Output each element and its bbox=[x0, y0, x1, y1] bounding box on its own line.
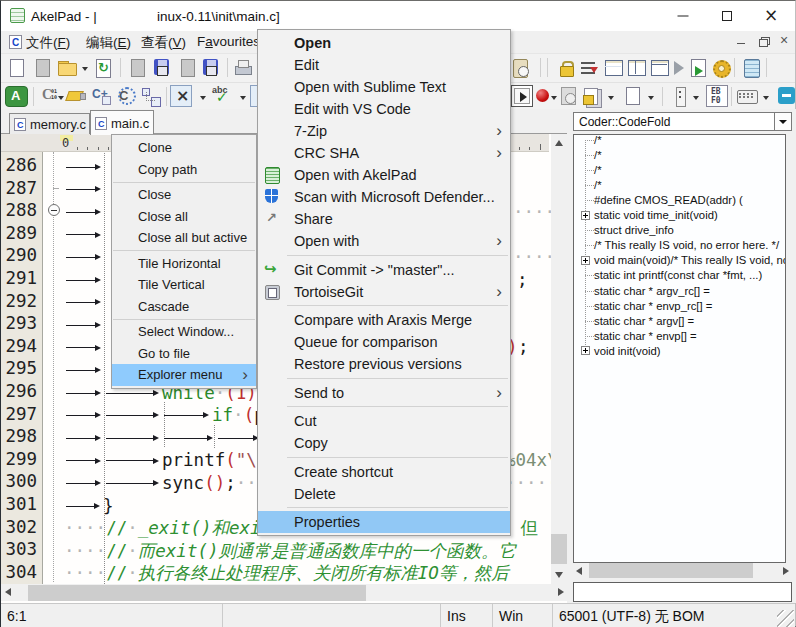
encoding-view-icon[interactable] bbox=[706, 85, 728, 107]
split-window-icon[interactable] bbox=[603, 57, 625, 79]
session-dropdown-icon[interactable] bbox=[606, 86, 616, 108]
tree-item[interactable]: static char * envp_rc[] = bbox=[594, 299, 712, 314]
collapse-dropdown-icon[interactable] bbox=[198, 86, 208, 108]
menu-item-1[interactable]: 编辑(E) bbox=[86, 34, 131, 52]
mdi-restore-icon[interactable] bbox=[757, 35, 770, 48]
menu-item-edit-with-vs-code[interactable]: Edit with VS Code bbox=[258, 98, 510, 120]
print-icon[interactable] bbox=[232, 57, 254, 79]
resize-grip[interactable] bbox=[777, 610, 794, 627]
tree-item[interactable]: static char * argv[] = bbox=[594, 314, 694, 329]
menu-item-scan-with-microsoft-defender[interactable]: Scan with Microsoft Defender... bbox=[258, 186, 510, 208]
code-refresh-icon[interactable] bbox=[115, 85, 137, 107]
template-dropdown-icon[interactable] bbox=[646, 86, 656, 108]
menu-item-delete[interactable]: Delete bbox=[258, 483, 510, 505]
recent-files-icon[interactable] bbox=[557, 85, 579, 107]
spell-check-icon[interactable] bbox=[210, 85, 232, 107]
new-window-icon[interactable] bbox=[31, 57, 53, 79]
tree-item[interactable]: /* bbox=[594, 163, 602, 178]
panel-horizontal-scrollbar[interactable] bbox=[573, 563, 792, 578]
menu-item-close-all-but-active[interactable]: Close all but active bbox=[112, 227, 256, 249]
panel-scroll-right-icon[interactable] bbox=[783, 567, 789, 575]
editor-vertical-scrollbar[interactable] bbox=[551, 134, 567, 584]
collapse-icon[interactable] bbox=[170, 85, 192, 107]
menu-item-close-all[interactable]: Close all bbox=[112, 206, 256, 228]
menu-item-cascade[interactable]: Cascade bbox=[112, 296, 256, 318]
tree-expand-icon[interactable] bbox=[581, 256, 590, 265]
new-akelpad-icon[interactable] bbox=[740, 57, 762, 79]
scroll-down-icon[interactable] bbox=[555, 572, 563, 578]
scroll-left-icon[interactable] bbox=[5, 588, 11, 596]
menu-item-properties[interactable]: Properties bbox=[258, 511, 510, 533]
session-icon[interactable] bbox=[581, 85, 603, 107]
word-wrap-icon[interactable] bbox=[578, 57, 600, 79]
mdi-minimize-icon[interactable] bbox=[735, 35, 748, 48]
tree-item[interactable]: static int printf(const char *fmt, ...) bbox=[594, 268, 762, 283]
menu-item-send-to[interactable]: Send to bbox=[258, 382, 510, 404]
menu-item-explorer-menu[interactable]: Explorer menu bbox=[112, 364, 256, 386]
tree-item[interactable]: #define CMOS_READ(addr) ( bbox=[594, 193, 743, 208]
menu-item-copy-path[interactable]: Copy path bbox=[112, 159, 256, 181]
structure-icon[interactable] bbox=[140, 85, 162, 107]
clipboard-history-icon[interactable] bbox=[509, 57, 531, 79]
tree-item[interactable]: void init(void) bbox=[594, 344, 661, 359]
macro-play-icon[interactable] bbox=[511, 85, 533, 107]
highlight-icon[interactable] bbox=[65, 85, 87, 107]
scroll-sync-icon[interactable] bbox=[669, 85, 691, 107]
scroll-up-icon[interactable] bbox=[555, 140, 563, 146]
panel-scroll-thumb[interactable] bbox=[589, 563, 753, 578]
editor-horizontal-scrollbar[interactable] bbox=[1, 584, 567, 601]
menu-item-open-with[interactable]: Open with bbox=[258, 230, 510, 252]
menu-item-restore-previous-versions[interactable]: Restore previous versions bbox=[258, 353, 510, 375]
open-file-icon[interactable] bbox=[56, 57, 78, 79]
menu-item-crc-sha[interactable]: CRC SHA bbox=[258, 142, 510, 164]
tree-item[interactable]: /* bbox=[594, 178, 602, 193]
tree-expand-icon[interactable] bbox=[581, 346, 590, 355]
menu-item-7-zip[interactable]: 7-Zip bbox=[258, 120, 510, 142]
keyboard-layout-icon[interactable] bbox=[736, 85, 758, 107]
menu-item-git-commit-master[interactable]: Git Commit -> "master"... bbox=[258, 259, 510, 281]
menu-item-compare-with-araxis-merge[interactable]: Compare with Araxis Merge bbox=[258, 309, 510, 331]
menu-item-clone[interactable]: Clone bbox=[112, 137, 256, 159]
tab-memory.c[interactable]: memory.c bbox=[9, 113, 90, 134]
menu-item-3[interactable]: Favourites bbox=[197, 34, 260, 49]
menu-item-copy[interactable]: Copy bbox=[258, 432, 510, 454]
save-all-icon[interactable] bbox=[200, 57, 222, 79]
open-dropdown-icon[interactable] bbox=[80, 57, 90, 79]
plugin-selector-combo[interactable]: Coder::CodeFold bbox=[573, 112, 792, 131]
horizontal-scroll-thumb[interactable] bbox=[28, 585, 366, 601]
template-icon[interactable] bbox=[621, 85, 643, 107]
keyboard-dropdown-icon[interactable] bbox=[761, 86, 771, 108]
mdi-close-icon[interactable] bbox=[779, 35, 792, 48]
tree-item[interactable]: /* This really IS void, no error here. *… bbox=[594, 238, 779, 253]
fold-collapse-icon[interactable] bbox=[48, 204, 60, 216]
export-icon[interactable] bbox=[687, 57, 709, 79]
tree-item[interactable]: /* bbox=[594, 134, 602, 148]
tree-item[interactable]: static char * envp[] = bbox=[594, 329, 697, 344]
codefold-tree[interactable]: /*/*/*/*#define CMOS_READ(addr) (static … bbox=[573, 134, 786, 563]
tree-item[interactable]: /* bbox=[594, 148, 602, 163]
menu-item-2[interactable]: 查看(V) bbox=[141, 34, 186, 52]
menu-item-tortoisegit[interactable]: TortoiseGit bbox=[258, 281, 510, 303]
akelpad-plugin-icon[interactable] bbox=[4, 85, 26, 107]
menu-item-cut[interactable]: Cut bbox=[258, 410, 510, 432]
save-file-icon[interactable] bbox=[126, 57, 148, 79]
combo-dropdown-icon[interactable] bbox=[774, 113, 791, 130]
minimize-to-tray-icon[interactable] bbox=[776, 85, 796, 107]
new-file-icon[interactable] bbox=[5, 57, 27, 79]
vertical-scroll-thumb[interactable] bbox=[551, 534, 567, 564]
minimize-button[interactable] bbox=[666, 1, 700, 31]
tree-item[interactable]: void main(void)/* This really IS void, n… bbox=[594, 253, 786, 268]
menu-item-queue-for-comparison[interactable]: Queue for comparison bbox=[258, 331, 510, 353]
menu-item-open[interactable]: Open bbox=[258, 32, 510, 54]
settings-icon[interactable] bbox=[710, 57, 732, 79]
panel-scroll-left-icon[interactable] bbox=[576, 567, 582, 575]
tree-item[interactable]: static char * argv_rc[] = bbox=[594, 284, 710, 299]
menu-item-share[interactable]: Share bbox=[258, 208, 510, 230]
menu-item-create-shortcut[interactable]: Create shortcut bbox=[258, 461, 510, 483]
close-button[interactable]: × bbox=[754, 1, 788, 31]
menu-item-open-with-sublime-text[interactable]: Open with Sublime Text bbox=[258, 76, 510, 98]
tree-item[interactable]: struct drive_info bbox=[594, 223, 674, 238]
menu-item-go-to-file[interactable]: Go to file bbox=[112, 343, 256, 365]
spell-dropdown-icon[interactable] bbox=[238, 86, 248, 108]
read-only-icon[interactable] bbox=[556, 57, 578, 79]
